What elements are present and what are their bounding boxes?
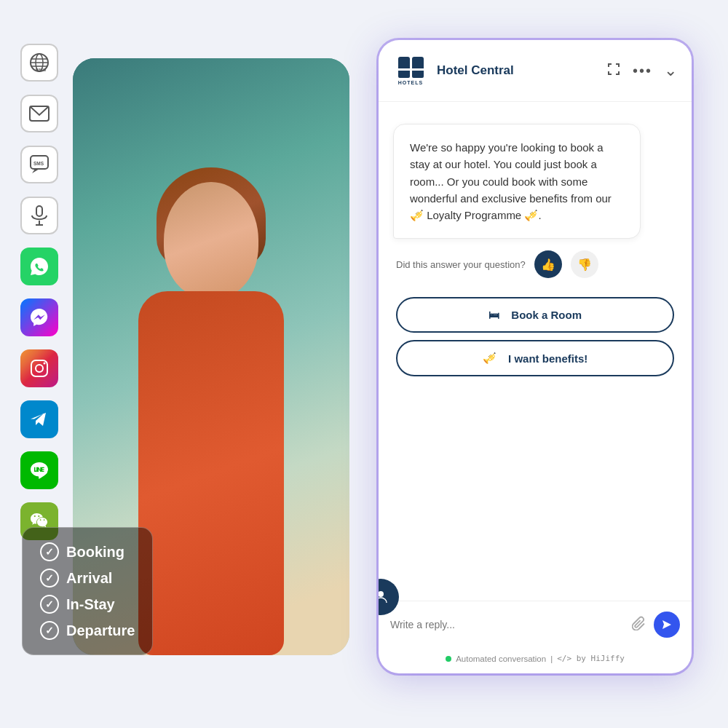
chat-widget: HOTELS Hotel Central ••• ⌄ We're so happ…: [379, 40, 692, 673]
checklist-item-booking: Booking: [40, 542, 135, 561]
telegram-icon[interactable]: [20, 400, 58, 438]
chat-footer: Automated conversation | </> by HiJiffy: [379, 648, 692, 673]
checklist-overlay: Booking Arrival In-Stay Departure: [22, 527, 153, 655]
bot-message: We're so happy you're looking to book a …: [393, 124, 641, 239]
www-icon[interactable]: WWW: [20, 44, 58, 82]
action-buttons: 🛏 Book a Room 🎺 I want benefits!: [393, 290, 677, 384]
svg-rect-10: [36, 206, 42, 216]
feedback-row: Did this answer your question? 👍 👎: [393, 250, 677, 278]
sms-icon[interactable]: SMS: [20, 146, 58, 183]
expand-icon[interactable]: [606, 62, 621, 80]
chat-input-area: [379, 601, 692, 648]
line-icon[interactable]: [20, 451, 58, 489]
thumbs-down-button[interactable]: 👎: [571, 250, 598, 278]
feedback-question: Did this answer your question?: [396, 259, 526, 270]
hotel-logo: HOTELS: [393, 53, 428, 88]
email-icon[interactable]: [20, 95, 58, 132]
chevron-down-icon[interactable]: ⌄: [664, 61, 677, 80]
voice-icon[interactable]: [20, 197, 58, 234]
checklist-item-departure: Departure: [40, 621, 135, 640]
more-icon[interactable]: •••: [633, 63, 652, 79]
benefits-button[interactable]: 🎺 I want benefits!: [396, 340, 674, 376]
footer-status: Automated conversation: [456, 654, 546, 663]
online-dot: [446, 656, 451, 662]
instagram-icon[interactable]: [20, 349, 58, 387]
footer-separator: |: [550, 654, 553, 663]
check-booking: [40, 542, 59, 561]
whatsapp-icon[interactable]: [20, 248, 58, 285]
hotel-name: Hotel Central: [437, 63, 598, 78]
svg-text:WWW: WWW: [36, 68, 46, 72]
sidebar: WWW SMS: [20, 44, 58, 540]
check-departure: [40, 621, 59, 640]
svg-point-15: [44, 363, 46, 365]
footer-brand: </> by HiJiffy: [557, 654, 625, 663]
send-button[interactable]: [654, 612, 680, 638]
checklist-item-instay: In-Stay: [40, 595, 135, 614]
chat-body: We're so happy you're looking to book a …: [379, 102, 692, 601]
book-room-button[interactable]: 🛏 Book a Room: [396, 297, 674, 333]
attachment-icon[interactable]: [632, 616, 646, 634]
svg-point-16: [379, 591, 384, 597]
messenger-icon[interactable]: [20, 298, 58, 336]
reply-input[interactable]: [390, 619, 625, 630]
checklist-item-arrival: Arrival: [40, 569, 135, 587]
check-instay: [40, 595, 59, 614]
thumbs-up-button[interactable]: 👍: [534, 250, 562, 278]
svg-text:SMS: SMS: [33, 161, 44, 166]
check-arrival: [40, 569, 59, 587]
svg-point-14: [36, 365, 43, 372]
chat-header: HOTELS Hotel Central ••• ⌄: [379, 40, 692, 102]
header-icons: ••• ⌄: [606, 61, 677, 80]
